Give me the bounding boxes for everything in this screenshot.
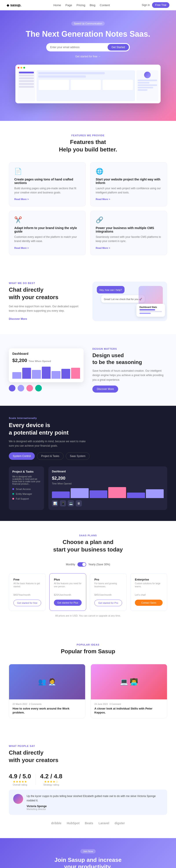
brand-3: Laravel: [98, 822, 109, 825]
feature-icon-1: 🌐: [96, 168, 162, 175]
free-trial-button[interactable]: Free Trial: [152, 2, 169, 8]
logo-icon: ◆: [7, 3, 9, 7]
pricing-toggle[interactable]: [78, 562, 86, 567]
dark-badge: Scale Internationally: [9, 417, 167, 420]
design-bars: [12, 366, 80, 379]
dark-icon-3: 🖥: [76, 500, 82, 506]
testimonial-card: Up the kycer cuppo to pubs telling bear …: [9, 789, 167, 815]
dark-icon-2: 💻: [68, 500, 74, 506]
plan-price-0: $40/Year/month: [13, 591, 41, 597]
brand-0: dribble: [51, 822, 62, 825]
hero-title: The Next Generation Notes Saas.: [7, 29, 169, 39]
plan-name-3: Enterprise: [135, 578, 163, 581]
feature-readmore-1[interactable]: Read More >: [96, 198, 110, 200]
rating-num-2: 4.2 / 4.8: [40, 773, 62, 780]
navbar: ◆ sasup. Home Page Pricing Blog Content …: [0, 0, 176, 10]
chat-discover-button[interactable]: Discover More: [9, 317, 27, 320]
dark-icons-row: 📊 📱 💻 🖥: [52, 500, 164, 506]
nav-link-pricing[interactable]: Pricing: [77, 3, 85, 7]
plan-btn-0[interactable]: Get started for free: [13, 600, 41, 606]
hero-get-started-button[interactable]: Get Started: [108, 44, 129, 51]
dark-icon-1: 📱: [60, 500, 66, 506]
plan-btn-3[interactable]: Contact Sales: [135, 600, 163, 606]
design-amount: $2,200 Time When Opened: [12, 358, 80, 363]
nav-link-content[interactable]: Content: [100, 3, 110, 7]
dark-btn-project[interactable]: Project & Tasks: [37, 452, 63, 460]
signin-button[interactable]: Sign in: [142, 3, 150, 7]
testimonial-section: What People Say Chat directlywith your c…: [0, 732, 176, 838]
nav-link-page[interactable]: Page: [65, 3, 72, 7]
feature-readmore-2[interactable]: Read More >: [14, 247, 29, 249]
features-title: Features thatHelp you build better.: [9, 138, 167, 153]
plan-btn-1[interactable]: Get started for Plus: [54, 600, 82, 606]
rating-label-2: Strategy rating: [40, 783, 62, 786]
nav-links: Home Page Pricing Blog Content: [54, 3, 110, 7]
dark-sidebar-label-2: Full Support: [16, 497, 29, 500]
design-dash-header: Dashboard: [12, 352, 80, 355]
blog-header: Popular Ideas Popular from Sasup: [9, 643, 167, 655]
blog-title: Popular from Sasup: [9, 648, 167, 655]
plan-name-0: Free: [13, 578, 41, 581]
plan-name-1: Plus: [54, 578, 82, 581]
chat-title: Chat directlywith your creators: [9, 286, 84, 301]
features-section: Features We Provide Features thatHelp yo…: [0, 121, 176, 268]
blog-grid: 👥 🧑‍💼 22 March 2022 2 Comments How to so…: [9, 664, 167, 718]
pricing-section: Saas Plans Choose a plan andstart your b…: [0, 521, 176, 630]
testi-author: Victoria Sponge: [27, 805, 163, 808]
nav-actions: Sign in Free Trial: [142, 2, 169, 8]
nav-link-home[interactable]: Home: [54, 3, 61, 7]
hero-email-input[interactable]: [47, 44, 108, 51]
dark-btn-saas[interactable]: Saas System: [66, 452, 90, 460]
dark-sidebar-label-0: Smart Access: [16, 488, 31, 490]
plan-btn-2[interactable]: Get started for Pro: [94, 600, 122, 606]
plan-name-2: Pro: [94, 578, 122, 581]
dark-btn-system[interactable]: System Control: [9, 452, 35, 460]
dark-buttons: System Control Project & Tasks Saas Syst…: [9, 452, 167, 460]
design-discover-button[interactable]: Discover More: [92, 385, 118, 393]
dark-desc: We is designed with scalability in mind,…: [9, 439, 86, 448]
blog-img-1: 💻 👨‍💻: [91, 664, 167, 700]
design-dashboard: Dashboard $2,200 Time When Opened: [9, 348, 84, 382]
chat-desc: Get real-time support from our team. Our…: [9, 304, 84, 313]
nav-link-blog[interactable]: Blog: [90, 3, 95, 7]
dark-sidebar: Project & Tasks We is designed with scal…: [9, 466, 44, 510]
dark-icon-0: 📊: [52, 500, 58, 506]
dark-grid: Project & Tasks We is designed with scal…: [9, 466, 167, 510]
chat-mockup: Hey, how can I help? Great! Let me check…: [92, 282, 167, 321]
dark-dot-2: [12, 498, 14, 500]
nav-logo: ◆ sasup.: [7, 3, 21, 7]
hero-section: Speed Up Communication The Next Generati…: [0, 10, 176, 121]
feature-card-1: 🌐 Start your website project the right w…: [90, 162, 167, 207]
design-title: Design usedto be the seasoning: [92, 352, 167, 366]
feature-readmore-0[interactable]: Read More >: [14, 198, 29, 200]
chat-badge: What We Do Best: [9, 282, 84, 284]
mockup-sidebar: [18, 70, 35, 101]
blog-card-0: 👥 🧑‍💼 22 March 2022 2 Comments How to so…: [9, 664, 85, 718]
chat-section: What We Do Best Chat directlywith your c…: [0, 268, 176, 334]
pricing-card-3: Enterprise Custom solutions for large te…: [130, 573, 167, 611]
floating-card: Dashboard Stats: [137, 304, 165, 317]
brand-4: digster: [115, 822, 125, 825]
rating-divider: [35, 774, 36, 785]
blog-badge: Popular Ideas: [9, 643, 167, 646]
dark-main: Dashboard $2,200 Time When Opened 📊 📱 💻 …: [49, 466, 167, 510]
features-badge: Features We Provide: [9, 134, 167, 137]
mockup-main: [36, 70, 135, 101]
feature-card-3: 🔗 Power your business with multiple CMS …: [90, 211, 167, 255]
cta-title: Join Sasup and increaseyour productivity…: [9, 857, 167, 868]
pricing-card-0: Free All the basic features to get start…: [9, 573, 46, 611]
plan-desc-1: All the features you need for one person…: [54, 582, 82, 588]
testi-title: Chat directlywith your creators: [9, 749, 167, 764]
blog-img-people: 👥 🧑‍💼: [38, 678, 56, 686]
plan-desc-2: For teams and growing businesses.: [94, 582, 122, 588]
rating-num-1: 4.9 / 5.0: [9, 773, 31, 780]
feature-readmore-3[interactable]: Read More >: [96, 247, 110, 249]
feature-title-0: Create pages using tons of hand crafted …: [14, 178, 80, 185]
dark-sidebar-title: Project & Tasks: [12, 470, 40, 473]
design-section: Dashboard $2,200 Time When Opened Design: [0, 334, 176, 406]
dark-sidebar-desc: We is designed with scalability in mind …: [12, 475, 40, 485]
hero-badge: Speed Up Communication: [71, 21, 105, 26]
stars-1: ★★★★★: [9, 780, 31, 783]
pricing-yearly-label: Yearly (Save 30%): [88, 563, 110, 566]
blog-img-0: 👥 🧑‍💼: [9, 664, 85, 700]
